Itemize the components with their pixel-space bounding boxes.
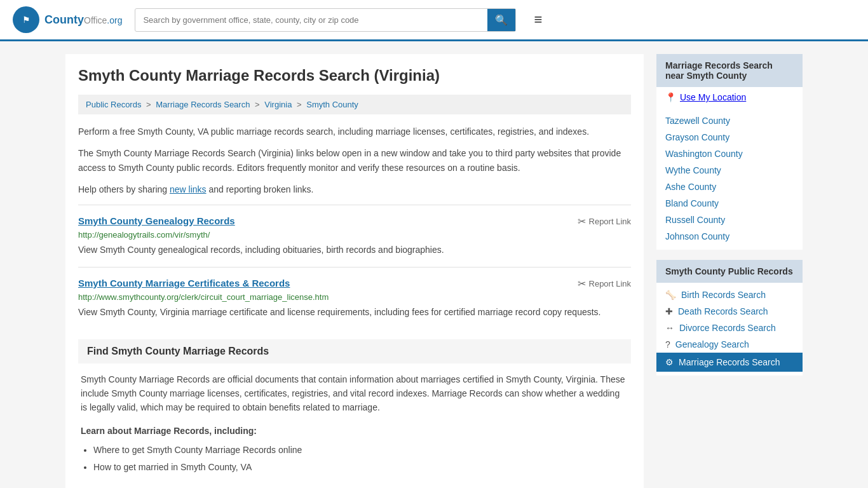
svg-text:⚑: ⚑ bbox=[22, 15, 31, 25]
logo-county: County bbox=[44, 13, 84, 26]
breadcrumb-sep-2: > bbox=[255, 100, 262, 109]
list-item: Tazewell County bbox=[656, 112, 803, 129]
record-entry-0: Smyth County Genealogy Records ✂ Report … bbox=[78, 205, 631, 267]
logo[interactable]: ⚑ CountyOffice.org bbox=[13, 6, 122, 33]
breadcrumb-sep-1: > bbox=[146, 100, 153, 109]
page-title: Smyth County Marriage Records Search (Vi… bbox=[78, 67, 631, 85]
learn-title: Learn about Marriage Records, including: bbox=[81, 424, 628, 438]
nearby-county-list: Tazewell County Grayson County Washingto… bbox=[656, 107, 803, 250]
record-url-1: http://www.smythcounty.org/clerk/circuit… bbox=[78, 292, 631, 302]
report-icon-0: ✂ bbox=[578, 215, 586, 227]
use-location-row[interactable]: 📍 Use My Location bbox=[656, 87, 803, 107]
list-item: Washington County bbox=[656, 146, 803, 162]
public-records-header: Smyth County Public Records bbox=[656, 260, 803, 283]
intro-paragraph-1: Perform a free Smyth County, VA public m… bbox=[78, 125, 631, 139]
record-desc-0: View Smyth County genealogical records, … bbox=[78, 243, 631, 257]
list-item: Russell County bbox=[656, 212, 803, 228]
county-link-5[interactable]: Bland County bbox=[665, 198, 719, 208]
intro-paragraph-2: The Smyth County Marriage Records Search… bbox=[78, 146, 631, 175]
list-item: ↔ Divorce Records Search bbox=[656, 320, 803, 336]
death-records-link[interactable]: Death Records Search bbox=[678, 306, 768, 316]
breadcrumb-smyth-county[interactable]: Smyth County bbox=[306, 100, 358, 109]
logo-icon: ⚑ bbox=[13, 6, 39, 33]
record-title-1[interactable]: Smyth County Marriage Certificates & Rec… bbox=[78, 278, 290, 288]
county-link-7[interactable]: Johnson County bbox=[665, 231, 729, 241]
death-records-icon: ✚ bbox=[665, 306, 673, 316]
find-section-body: Smyth County Marriage Records are offici… bbox=[78, 372, 631, 474]
nearby-section: Marriage Records Search near Smyth Count… bbox=[656, 54, 803, 250]
public-records-list: 🦴 Birth Records Search ✚ Death Records S… bbox=[656, 283, 803, 376]
intro3-post: and reporting broken links. bbox=[207, 184, 314, 194]
public-records-section: Smyth County Public Records 🦴 Birth Reco… bbox=[656, 260, 803, 376]
list-item: Bland County bbox=[656, 195, 803, 212]
county-link-3[interactable]: Wythe County bbox=[665, 165, 721, 175]
report-link-label-0: Report Link bbox=[589, 217, 631, 226]
county-link-2[interactable]: Washington County bbox=[665, 149, 743, 159]
marriage-records-link[interactable]: Marriage Records Search bbox=[679, 357, 780, 367]
logo-domain: .org bbox=[107, 15, 122, 25]
search-button[interactable]: 🔍 bbox=[487, 9, 515, 31]
record-url-0: http://genealogytrails.com/vir/smyth/ bbox=[78, 230, 631, 240]
report-link-label-1: Report Link bbox=[589, 279, 631, 288]
county-link-1[interactable]: Grayson County bbox=[665, 132, 729, 142]
logo-office: Office.org bbox=[84, 15, 122, 25]
list-item: 🦴 Birth Records Search bbox=[656, 287, 803, 303]
site-header: ⚑ CountyOffice.org 🔍 ≡ bbox=[0, 0, 868, 41]
logo-text: CountyOffice.org bbox=[44, 13, 122, 27]
report-icon-1: ✂ bbox=[578, 278, 586, 290]
record-entry-1: Smyth County Marriage Certificates & Rec… bbox=[78, 267, 631, 329]
bullet-item-1: How to get married in Smyth County, VA bbox=[93, 460, 628, 474]
main-content: Smyth County Marriage Records Search (Vi… bbox=[65, 54, 644, 488]
county-link-6[interactable]: Russell County bbox=[665, 215, 725, 225]
intro-paragraph-3: Help others by sharing new links and rep… bbox=[78, 182, 631, 196]
breadcrumb-virginia[interactable]: Virginia bbox=[264, 100, 292, 109]
list-item: Johnson County bbox=[656, 228, 803, 245]
intro3-pre: Help others by sharing bbox=[78, 184, 170, 194]
list-item: ✚ Death Records Search bbox=[656, 303, 803, 320]
sidebar: Marriage Records Search near Smyth Count… bbox=[656, 54, 803, 488]
breadcrumb-marriage-records[interactable]: Marriage Records Search bbox=[156, 100, 250, 109]
find-section-header: Find Smyth County Marriage Records bbox=[78, 339, 631, 363]
record-desc-1: View Smyth County, Virginia marriage cer… bbox=[78, 306, 631, 319]
birth-records-icon: 🦴 bbox=[665, 290, 676, 300]
menu-button[interactable]: ≡ bbox=[529, 9, 547, 30]
breadcrumb: Public Records > Marriage Records Search… bbox=[78, 95, 631, 114]
list-item: Grayson County bbox=[656, 129, 803, 146]
record-title-0[interactable]: Smyth County Genealogy Records bbox=[78, 215, 235, 226]
use-location-link[interactable]: Use My Location bbox=[680, 92, 746, 102]
bullet-item-0: Where to get Smyth County Marriage Recor… bbox=[93, 443, 628, 457]
county-link-0[interactable]: Tazewell County bbox=[665, 116, 730, 126]
birth-records-link[interactable]: Birth Records Search bbox=[681, 290, 766, 300]
location-icon: 📍 bbox=[665, 92, 676, 102]
nearby-header: Marriage Records Search near Smyth Count… bbox=[656, 54, 803, 87]
breadcrumb-public-records[interactable]: Public Records bbox=[86, 100, 141, 109]
search-input[interactable] bbox=[135, 10, 487, 30]
find-section: Find Smyth County Marriage Records Smyth… bbox=[78, 339, 631, 474]
genealogy-icon: ? bbox=[665, 339, 670, 349]
record-title-row-0: Smyth County Genealogy Records ✂ Report … bbox=[78, 215, 631, 227]
bullet-list: Where to get Smyth County Marriage Recor… bbox=[81, 443, 628, 474]
divorce-records-icon: ↔ bbox=[665, 323, 674, 333]
county-link-4[interactable]: Ashe County bbox=[665, 182, 716, 192]
breadcrumb-sep-3: > bbox=[297, 100, 304, 109]
genealogy-link[interactable]: Genealogy Search bbox=[675, 339, 749, 349]
list-item: Ashe County bbox=[656, 179, 803, 195]
search-bar: 🔍 bbox=[135, 8, 516, 32]
list-item: Wythe County bbox=[656, 162, 803, 179]
list-item: ⚙ Marriage Records Search bbox=[656, 353, 803, 372]
report-link-button-0[interactable]: ✂ Report Link bbox=[578, 215, 631, 227]
record-title-row-1: Smyth County Marriage Certificates & Rec… bbox=[78, 278, 631, 290]
divorce-records-link[interactable]: Divorce Records Search bbox=[679, 323, 776, 333]
list-item: ? Genealogy Search bbox=[656, 336, 803, 353]
find-section-text: Smyth County Marriage Records are offici… bbox=[81, 372, 628, 415]
new-links-link[interactable]: new links bbox=[170, 184, 207, 194]
report-link-button-1[interactable]: ✂ Report Link bbox=[578, 278, 631, 290]
main-layout: Smyth County Marriage Records Search (Vi… bbox=[53, 41, 815, 488]
marriage-records-icon: ⚙ bbox=[665, 357, 674, 367]
